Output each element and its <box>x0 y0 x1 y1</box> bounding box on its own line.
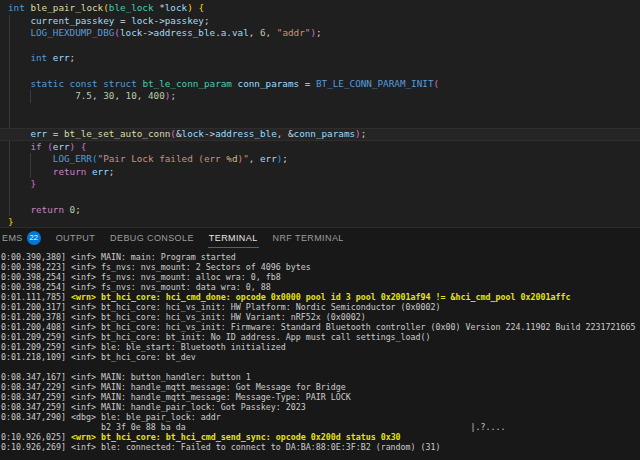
code-line: LOG_ERR("Pair Lock failed (err %d)", err… <box>0 153 640 166</box>
code-line <box>0 191 640 204</box>
terminal-line: 0:00.398,254] <inf> fs_nvs: nvs_mount: d… <box>1 282 640 292</box>
code-line: 7.5, 30, 10, 400); <box>0 90 640 103</box>
code-line <box>0 40 640 53</box>
terminal-line <box>1 362 640 372</box>
panel-tab-terminal[interactable]: TERMINAL <box>208 228 259 248</box>
code-line: return 0; <box>0 204 640 217</box>
panel-tab-label: NRF TERMINAL <box>273 233 344 243</box>
terminal-line: 0:08.347,167] <inf> MAIN: button_handler… <box>1 372 640 382</box>
code-lines: int ble_pair_lock(ble_lock *lock) { curr… <box>0 2 640 227</box>
panel-tab-bar: EMS22OUTPUTDEBUG CONSOLETERMINALNRF TERM… <box>0 227 640 248</box>
panel-tab-label: EMS <box>2 233 23 243</box>
terminal-line: 0:01.209,259] <inf> bt_hci_core: bt_init… <box>1 332 640 342</box>
terminal-line: 0:01.200,317] <inf> bt_hci_core: hci_vs_… <box>1 302 640 312</box>
code-line: if (err) { <box>0 141 640 154</box>
terminal-lines: 0:00.390,380] <inf> MAIN: main: Program … <box>1 252 640 452</box>
code-line: int ble_pair_lock(ble_lock *lock) { <box>0 2 640 15</box>
terminal-line: 0:00.398,223] <inf> fs_nvs: nvs_mount: 2… <box>1 262 640 272</box>
code-line <box>0 65 640 78</box>
current-line-highlight: err = bt_le_set_auto_conn(&lock->address… <box>0 128 640 141</box>
panel-tab-label: OUTPUT <box>56 233 95 243</box>
terminal-line: 0:10.926,025] <wrn> bt_hci_core: bt_hci_… <box>1 432 640 442</box>
terminal-line: 0:08.347,259] <inf> MAIN: handle_mqtt_me… <box>1 392 640 402</box>
panel-tab-nrf-terminal[interactable]: NRF TERMINAL <box>272 228 345 248</box>
code-line: LOG_HEXDUMP_DBG(lock->address_ble.a.val,… <box>0 27 640 40</box>
terminal-line: 0:01.218,109] <inf> bt_hci_core: bt_dev <box>1 352 640 362</box>
panel-tab-label: DEBUG CONSOLE <box>110 233 194 243</box>
terminal-line: 0:01.111,785] <wrn> bt_hci_core: hci_cmd… <box>1 292 640 302</box>
problems-count-badge: 22 <box>27 231 41 245</box>
terminal-line: 0:08.347,259] <inf> MAIN: handle_pair_lo… <box>1 402 640 412</box>
code-line <box>0 115 640 128</box>
code-line: static const struct bt_le_conn_param con… <box>0 78 640 91</box>
terminal-line: 0:00.390,380] <inf> MAIN: main: Program … <box>1 252 640 262</box>
code-line <box>0 103 640 116</box>
code-line: int err; <box>0 52 640 65</box>
terminal-line: 0:01.209,259] <inf> ble: ble_start: Blue… <box>1 342 640 352</box>
terminal-line: 0:08.347,290] <dbg> ble: ble_pair_lock: … <box>1 412 640 422</box>
code-line: } <box>0 216 640 227</box>
terminal-line: 0:10.926,269] <inf> ble: connected: Fail… <box>1 442 640 452</box>
code-line: return err; <box>0 166 640 179</box>
terminal-line: 0:01.200,378] <inf> bt_hci_core: hci_vs_… <box>1 312 640 322</box>
terminal-line: 0:01.200,408] <inf> bt_hci_core: hci_vs_… <box>1 322 640 332</box>
code-line: current_passkey = lock->passkey; <box>0 15 640 28</box>
terminal-line: 0:08.347,229] <inf> MAIN: handle_mqtt_me… <box>1 382 640 392</box>
panel-tab-debug-console[interactable]: DEBUG CONSOLE <box>109 228 195 248</box>
terminal-line: b2 3f 0e 88 ba da |.?.... <box>1 422 640 432</box>
terminal-output[interactable]: 0:00.390,380] <inf> MAIN: main: Program … <box>0 248 640 460</box>
code-line: } <box>0 178 640 191</box>
terminal-line: 0:00.398,254] <inf> fs_nvs: nvs_mount: a… <box>1 272 640 282</box>
code-editor[interactable]: int ble_pair_lock(ble_lock *lock) { curr… <box>0 0 640 227</box>
panel-tab-label: TERMINAL <box>209 233 258 243</box>
panel-tab-problems[interactable]: EMS22 <box>1 228 42 248</box>
panel-tab-output[interactable]: OUTPUT <box>55 228 96 248</box>
